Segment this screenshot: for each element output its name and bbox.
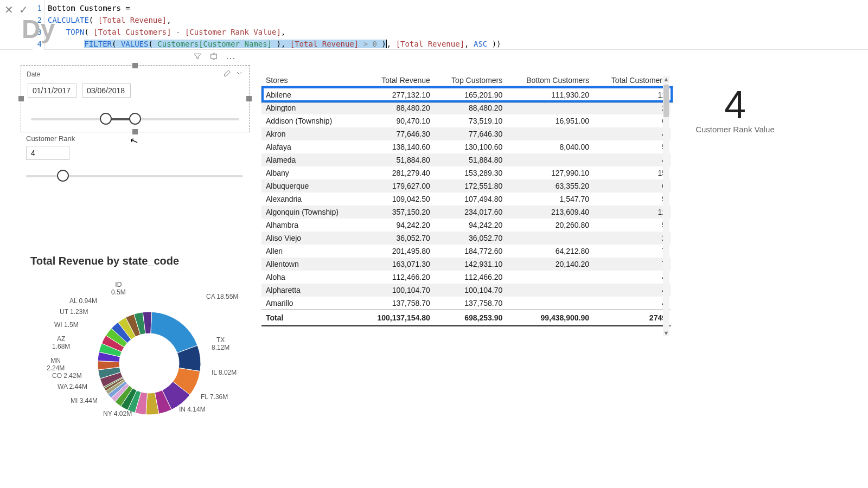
value-cell: 281,279.40	[360, 166, 435, 179]
store-cell: Addison (Township)	[261, 114, 360, 127]
value-cell: 1,547.70	[507, 192, 593, 206]
store-cell: Allentown	[261, 258, 360, 271]
value-cell: 142,931.10	[435, 258, 507, 271]
table-row[interactable]: Algonquin (Township)357,150.20234,017.60…	[261, 206, 671, 219]
value-cell: 11	[593, 88, 671, 102]
slider-thumb[interactable]	[57, 170, 69, 182]
chevron-down-icon[interactable]	[235, 69, 244, 79]
value-cell: 6	[593, 179, 671, 192]
value-cell: 94,242.20	[435, 219, 507, 232]
column-header[interactable]: Total Customers	[593, 73, 671, 88]
table-row[interactable]: Akron77,646.3077,646.304	[261, 127, 671, 140]
table-row[interactable]: Allen201,495.80184,772.6064,212.807	[261, 245, 671, 258]
donut-slice[interactable]	[151, 312, 197, 353]
table-row[interactable]: Amarillo137,758.70137,758.704	[261, 297, 671, 310]
visual-header-actions: ⋯	[193, 52, 235, 64]
value-cell: 88,480.20	[435, 101, 507, 114]
donut-label: UT 1.23M	[60, 308, 88, 316]
customer-rank-slicer[interactable]: Customer Rank	[26, 134, 243, 183]
store-cell: Abilene	[261, 88, 360, 102]
value-cell: 184,772.60	[435, 245, 507, 258]
customer-rank-card[interactable]: 4 Customer Rank Value	[684, 82, 787, 134]
table-row[interactable]: Abington88,480.2088,480.202	[261, 101, 671, 114]
value-cell: 77,646.30	[435, 127, 507, 140]
table-row[interactable]: Aliso Viejo36,052.7036,052.702	[261, 232, 671, 245]
rank-slider[interactable]	[26, 170, 243, 183]
column-header[interactable]: Top Customers	[435, 73, 507, 88]
store-cell: Alafaya	[261, 140, 360, 153]
focus-mode-icon[interactable]	[209, 52, 218, 64]
table-row[interactable]: Albany281,279.40153,289.30127,990.1015	[261, 166, 671, 179]
donut-label: WI 1.5M	[54, 321, 79, 329]
value-cell: 4	[593, 127, 671, 140]
scroll-up-icon[interactable]: ▲	[663, 76, 669, 82]
slicer-title: Customer Rank	[26, 134, 243, 143]
donut-label: IN 4.14M	[179, 406, 206, 413]
scroll-thumb[interactable]	[663, 85, 669, 117]
formula-bar: ✕ ✓ 1 2 3 4 Bottom Customers = CALCULATE…	[0, 0, 868, 50]
date-end-input[interactable]: 03/06/2018	[82, 84, 131, 98]
value-cell: 5	[593, 140, 671, 153]
table-row[interactable]: Addison (Township)90,470.1073,519.1016,9…	[261, 114, 671, 127]
slider-thumb-start[interactable]	[100, 113, 112, 125]
more-options-icon[interactable]: ⋯	[226, 52, 235, 64]
table-scrollbar[interactable]: ▲ ▼	[663, 76, 669, 336]
donut-label: AZ1.68M	[52, 335, 70, 351]
resize-handle-left[interactable]	[18, 96, 24, 101]
table-row[interactable]: Albuquerque179,627.00172,551.8063,355.20…	[261, 179, 671, 192]
value-cell: 5	[593, 219, 671, 232]
scroll-down-icon[interactable]: ▼	[663, 330, 669, 336]
date-range-slider[interactable]	[31, 113, 239, 126]
table-row[interactable]: Allentown163,071.30142,931.1020,140.207	[261, 258, 671, 271]
value-cell: 109,042.50	[360, 192, 435, 206]
total-value: 2749	[593, 310, 671, 326]
value-cell: 88,480.20	[360, 101, 435, 114]
column-header[interactable]: Bottom Customers	[507, 73, 593, 88]
table-row[interactable]: Alpharetta100,104.70100,104.704	[261, 284, 671, 297]
value-cell: 4	[593, 284, 671, 297]
store-cell: Alexandria	[261, 192, 360, 206]
card-value: 4	[684, 82, 787, 127]
table-row[interactable]: Alameda51,884.8051,884.804	[261, 153, 671, 166]
resize-handle-top[interactable]	[132, 63, 138, 68]
table-row[interactable]: Alafaya138,140.60130,100.608,040.005	[261, 140, 671, 153]
filter-icon[interactable]	[193, 52, 202, 64]
customer-rank-input[interactable]	[26, 146, 69, 160]
value-cell: 2	[593, 232, 671, 245]
formula-editor[interactable]: Bottom Customers = CALCULATE( [Total Rev…	[44, 0, 868, 52]
donut-label: FL 7.36M	[201, 393, 228, 401]
cancel-formula-button[interactable]: ✕	[4, 3, 14, 16]
donut-label: CO 2.42M	[52, 372, 82, 380]
value-cell: 112,466.20	[435, 271, 507, 284]
donut-label: NY 4.02M	[103, 410, 132, 418]
value-cell	[507, 153, 593, 166]
value-cell: 94,242.20	[360, 219, 435, 232]
table-row[interactable]: Aloha112,466.20112,466.204	[261, 271, 671, 284]
stores-table-visual[interactable]: StoresTotal RevenueTop CustomersBottom C…	[261, 73, 671, 326]
total-value: 698,253.90	[435, 310, 507, 326]
value-cell: 213,609.40	[507, 206, 593, 219]
column-header[interactable]: Stores	[261, 73, 360, 88]
resize-handle-right[interactable]	[246, 96, 252, 101]
date-start-input[interactable]: 01/11/2017	[28, 84, 76, 98]
value-cell: 357,150.20	[360, 206, 435, 219]
table-row[interactable]: Alhambra94,242.2094,242.2020,260.805	[261, 219, 671, 232]
value-cell: 127,990.10	[507, 166, 593, 179]
eraser-icon[interactable]	[223, 69, 232, 79]
column-header[interactable]: Total Revenue	[360, 73, 435, 88]
value-cell: 90,470.10	[360, 114, 435, 127]
slider-thumb-end[interactable]	[129, 113, 141, 125]
value-cell: 7	[593, 245, 671, 258]
value-cell: 137,758.70	[435, 297, 507, 310]
donut-chart[interactable]: CA 18.55MTX8.12MIL 8.02MFL 7.36MIN 4.14M…	[43, 271, 255, 461]
store-cell: Aloha	[261, 271, 360, 284]
table-row[interactable]: Alexandria109,042.50107,494.801,547.705	[261, 192, 671, 206]
date-slicer-visual[interactable]: Date 01/11/2017 03/06/2018 ↖	[21, 65, 250, 132]
value-cell: 20,140.20	[507, 258, 593, 271]
value-cell: 107,494.80	[435, 192, 507, 206]
value-cell: 36,052.70	[435, 232, 507, 245]
value-cell	[507, 232, 593, 245]
value-cell: 172,551.80	[435, 179, 507, 192]
table-row[interactable]: Abilene277,132.10165,201.90111,930.2011	[261, 88, 671, 102]
value-cell: 277,132.10	[360, 88, 435, 102]
